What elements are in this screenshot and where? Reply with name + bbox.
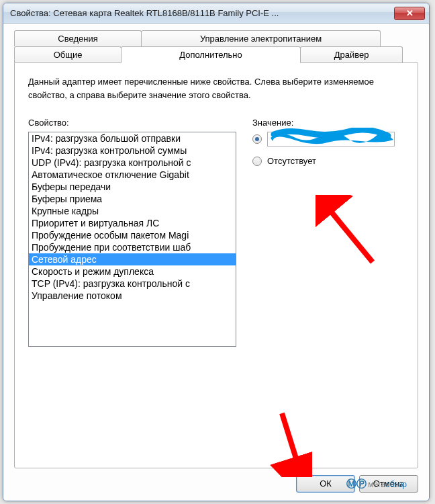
property-label: Свойство: xyxy=(28,118,236,128)
list-item[interactable]: Буферы приема xyxy=(29,193,236,205)
list-item[interactable]: TCP (IPv4): разгрузка контрольной с xyxy=(29,278,236,290)
absent-label: Отсутствует xyxy=(267,156,316,166)
value-absent-radio[interactable] xyxy=(252,157,262,166)
titlebar[interactable]: Свойства: Сетевая карта Realtek RTL8168B… xyxy=(3,3,429,24)
list-item[interactable]: Управление потоком xyxy=(29,290,236,302)
tab-strip: Сведения Управление электропитанием Общи… xyxy=(14,30,418,62)
advanced-panel: Данный адаптер имеет перечисленные ниже … xyxy=(14,62,418,468)
list-item[interactable]: UDP (IPv4): разгрузка контрольной с xyxy=(29,157,236,169)
list-item[interactable]: Крупные кадры xyxy=(29,205,236,217)
tab-general[interactable]: Общие xyxy=(14,46,122,62)
cancel-button[interactable]: Отмена xyxy=(359,475,418,493)
list-item[interactable]: Приоритет и виртуальная ЛС xyxy=(29,217,236,229)
list-item[interactable]: IPv4: разгрузка контрольной суммы xyxy=(29,144,236,157)
list-item[interactable]: Скорость и режим дуплекса xyxy=(29,265,236,278)
window-title: Свойства: Сетевая карта Realtek RTL8168B… xyxy=(10,8,394,18)
list-item[interactable]: Сетевой адрес xyxy=(29,253,236,265)
tab-advanced[interactable]: Дополнительно xyxy=(121,46,301,63)
dialog-buttons: ОК Отмена xyxy=(14,468,418,493)
property-listbox[interactable]: IPv4: разгрузка большой отправкиIPv4: ра… xyxy=(28,132,236,347)
ok-button[interactable]: ОК xyxy=(296,475,355,493)
properties-dialog: Свойства: Сетевая карта Realtek RTL8168B… xyxy=(3,3,430,501)
dialog-content: Сведения Управление электропитанием Общи… xyxy=(3,24,429,501)
close-icon: ✕ xyxy=(406,8,414,18)
value-label: Значение: xyxy=(252,118,404,128)
panel-description: Данный адаптер имеет перечисленные ниже … xyxy=(28,75,404,101)
list-item[interactable]: Буферы передачи xyxy=(29,181,236,193)
list-item[interactable]: Пробуждение особым пакетом Magi xyxy=(29,229,236,241)
list-item[interactable]: Пробуждение при соответствии шаб xyxy=(29,241,236,253)
tab-driver[interactable]: Драйвер xyxy=(300,46,403,62)
value-input[interactable] xyxy=(267,132,395,146)
tab-power-management[interactable]: Управление электропитанием xyxy=(141,30,381,46)
close-button[interactable]: ✕ xyxy=(394,7,425,20)
list-item[interactable]: Автоматическое отключение Gigabit xyxy=(29,169,236,181)
tab-details[interactable]: Сведения xyxy=(14,30,142,46)
list-item[interactable]: IPv4: разгрузка большой отправки xyxy=(29,132,236,144)
value-present-radio[interactable] xyxy=(252,134,262,144)
